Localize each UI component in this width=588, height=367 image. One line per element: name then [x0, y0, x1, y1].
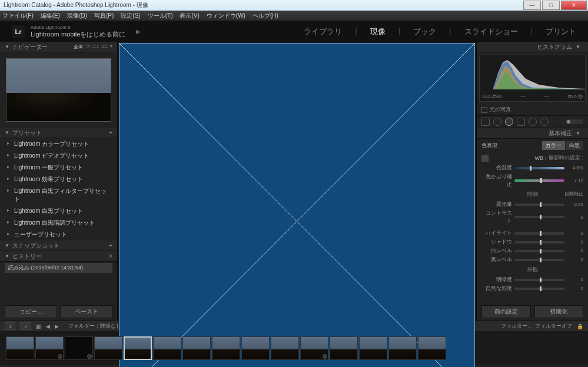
history-item[interactable]: 読み込み (2015/06/02 14:31:54) — [5, 263, 112, 273]
redeye-tool-icon[interactable] — [505, 118, 513, 126]
highlights-slider[interactable] — [514, 232, 564, 235]
close-button[interactable]: ✕ — [561, 1, 587, 10]
thumbnail[interactable] — [418, 336, 446, 360]
thumbnail[interactable] — [330, 336, 358, 360]
thumbnail[interactable] — [35, 336, 64, 360]
thumbnail[interactable] — [6, 336, 34, 360]
module-library[interactable]: ライブラリ — [304, 26, 342, 37]
histogram-header[interactable]: ヒストグラム ▼ — [477, 42, 588, 52]
navigator-header[interactable]: ▼ ナビゲーター 全体 ﾌﾙ 1:1 3:1 ▾ — [0, 42, 117, 52]
contrast-slider[interactable] — [514, 216, 564, 218]
add-preset-icon[interactable]: + — [109, 129, 112, 136]
thumbnail[interactable] — [388, 336, 417, 360]
reset-button[interactable]: 初期化 — [534, 305, 584, 318]
zoom-fill[interactable]: ﾌﾙ — [85, 44, 90, 50]
add-snapshot-icon[interactable]: + — [109, 242, 112, 249]
thumbnail[interactable] — [65, 336, 93, 360]
screen-1-button[interactable]: 1 — [5, 322, 15, 330]
copy-button[interactable]: コピー... — [5, 305, 57, 318]
preset-folder[interactable]: ユーザープリセット — [0, 229, 117, 241]
original-checkbox[interactable] — [481, 107, 487, 113]
menu-tools[interactable]: ツール(T) — [148, 12, 173, 20]
menu-edit[interactable]: 編集(E) — [41, 12, 60, 20]
screen-2-button[interactable]: 2 — [20, 322, 31, 330]
menu-window[interactable]: ウィンドウ(W) — [207, 12, 245, 20]
window-title: Lightroom Catalog - Adobe Photoshop Ligh… — [4, 1, 148, 9]
thumbnail[interactable] — [94, 336, 122, 360]
zoom-fit[interactable]: 全体 — [74, 44, 83, 50]
zoom-3to1[interactable]: 3:1 — [101, 44, 108, 50]
crop-tool-icon[interactable] — [481, 118, 490, 126]
preset-folder[interactable]: Lightroom 一般プリセット — [0, 162, 117, 174]
preset-folder[interactable]: Lightroom カラープリセット — [0, 138, 117, 150]
navigator-preview[interactable] — [6, 58, 111, 122]
vibrance-slider[interactable] — [514, 288, 564, 290]
shadows-slider[interactable] — [514, 241, 564, 243]
thumbnail[interactable] — [153, 336, 181, 360]
clarity-slider[interactable] — [514, 279, 564, 281]
filter-off[interactable]: フィルターオフ — [535, 322, 572, 330]
menu-settings[interactable]: 設定(S) — [121, 12, 140, 20]
chevron-down-icon: ▼ — [5, 130, 9, 135]
previous-button[interactable]: 前の設定 — [481, 305, 531, 318]
basic-header[interactable]: 基本補正 ▼ — [477, 128, 588, 139]
menu-file[interactable]: ファイル(F) — [2, 12, 34, 20]
filter-lock-icon[interactable]: 🔒 — [577, 323, 583, 329]
preset-folder[interactable]: Lightroom 白黒フィルタープリセット — [0, 185, 117, 205]
blacks-slider[interactable] — [514, 259, 564, 261]
auto-tone-button[interactable]: 自動補正 — [564, 191, 583, 197]
radial-tool-icon[interactable] — [529, 118, 537, 126]
menu-help[interactable]: ヘルプ(H) — [253, 12, 278, 20]
thumbnail[interactable] — [212, 336, 240, 360]
thumbnail[interactable] — [271, 336, 299, 360]
brush-tool-icon[interactable] — [540, 118, 549, 126]
next-photo-icon[interactable]: ▶ — [55, 323, 59, 329]
module-print[interactable]: プリント — [546, 26, 576, 37]
panel-switch[interactable] — [566, 119, 583, 124]
thumbnail[interactable] — [300, 336, 328, 360]
chevron-down-icon: ▼ — [576, 44, 580, 49]
paste-button[interactable]: ペースト — [61, 305, 113, 318]
treatment-color[interactable]: カラー — [542, 141, 565, 150]
temp-slider[interactable] — [514, 167, 564, 169]
exposure-slider[interactable] — [514, 203, 564, 206]
menu-develop[interactable]: 現像(D) — [67, 12, 87, 20]
preset-folder[interactable]: Lightroom 白黒プリセット — [0, 205, 117, 217]
mobile-prompt[interactable]: Lightroom mobileをはじめる前に — [31, 31, 125, 38]
thumbnail-selected[interactable] — [124, 336, 152, 360]
menu-view[interactable]: 表示(V) — [180, 12, 199, 20]
module-slideshow[interactable]: スライドショー — [464, 26, 518, 37]
play-icon[interactable]: ▶ — [136, 28, 141, 35]
filter-label: フィルター : — [501, 322, 530, 330]
maximize-button[interactable]: □ — [542, 1, 560, 10]
spot-tool-icon[interactable] — [493, 118, 501, 126]
wb-preset[interactable]: 撮影時の設定 : — [549, 154, 583, 162]
preset-folder[interactable]: Lightroom 白黒階調プリセット — [0, 217, 117, 229]
histogram-display[interactable]: ISO 2500 — — 25.0 秒 — [479, 55, 586, 102]
left-panel: ▼ ナビゲーター 全体 ﾌﾙ 1:1 3:1 ▾ ▼ プリセット + Light… — [0, 42, 118, 321]
history-header[interactable]: ▼ ヒストリー × — [0, 251, 117, 262]
preset-folder[interactable]: Lightroom ビデオプリセット — [0, 150, 117, 162]
tint-slider[interactable] — [514, 179, 564, 182]
module-develop[interactable]: 現像 — [370, 26, 386, 37]
gradient-tool-icon[interactable] — [517, 118, 525, 126]
whites-slider[interactable] — [514, 250, 564, 252]
zoom-menu-icon[interactable]: ▾ — [110, 44, 112, 50]
presets-header[interactable]: ▼ プリセット + — [0, 128, 117, 138]
image-canvas[interactable] — [119, 43, 475, 367]
treatment-bw[interactable]: 白黒 — [566, 141, 583, 150]
preset-folder[interactable]: Lightroom 効果プリセット — [0, 174, 117, 185]
clear-history-icon[interactable]: × — [109, 253, 112, 259]
eyedropper-icon[interactable] — [481, 155, 489, 162]
minimize-button[interactable]: — — [523, 1, 541, 10]
folder-path[interactable]: フォルダー：関係なし — [68, 322, 121, 330]
thumbnail[interactable] — [359, 336, 387, 360]
thumbnail[interactable] — [182, 336, 211, 360]
snapshots-header[interactable]: ▼ スナップショット + — [0, 241, 117, 251]
grid-icon[interactable]: ▦ — [36, 323, 41, 329]
zoom-1to1[interactable]: 1:1 — [92, 44, 99, 50]
module-book[interactable]: ブック — [413, 26, 436, 37]
thumbnail[interactable] — [241, 336, 270, 360]
menu-photo[interactable]: 写真(P) — [94, 12, 114, 20]
prev-photo-icon[interactable]: ◀ — [46, 323, 50, 329]
